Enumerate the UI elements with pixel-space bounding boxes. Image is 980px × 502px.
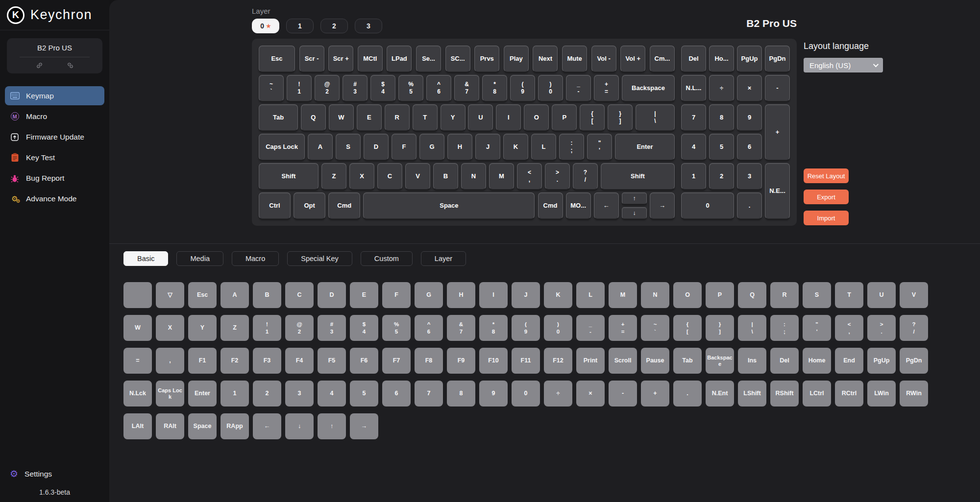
palette-key[interactable]: F3 — [253, 348, 281, 374]
key[interactable]: U — [468, 104, 493, 131]
palette-key[interactable]: F11 — [512, 348, 540, 374]
key[interactable]: N.E... — [765, 163, 790, 219]
palette-key[interactable]: F8 — [415, 348, 443, 374]
key[interactable]: @2 — [315, 75, 340, 101]
palette-key[interactable]: - — [609, 381, 637, 406]
palette-key[interactable]: F5 — [318, 348, 346, 374]
link-icon[interactable] — [34, 60, 44, 71]
palette-key[interactable]: . — [673, 381, 702, 406]
palette-key[interactable]: 7 — [415, 381, 443, 406]
key[interactable]: $4 — [370, 75, 395, 101]
palette-key[interactable]: 8 — [447, 381, 475, 406]
key[interactable]: 8 — [709, 104, 734, 131]
palette-key[interactable]: Pause — [641, 348, 669, 374]
key[interactable]: Opt — [294, 192, 325, 219]
palette-key[interactable]: ↓ — [285, 413, 314, 439]
palette-key[interactable]: F6 — [350, 348, 378, 374]
tab-special-key[interactable]: Special Key — [287, 251, 352, 266]
key[interactable]: P — [552, 104, 577, 131]
key[interactable]: Z — [321, 163, 346, 190]
palette-key[interactable]: N.Lck — [123, 381, 152, 406]
key[interactable]: Cmd — [538, 192, 563, 219]
key[interactable]: ?/ — [573, 163, 598, 190]
tab-layer[interactable]: Layer — [421, 251, 466, 266]
palette-key[interactable]: @2 — [285, 315, 314, 341]
palette-key[interactable]: V — [900, 282, 928, 308]
key[interactable]: ↓ — [622, 207, 647, 219]
key[interactable]: S — [336, 134, 361, 160]
palette-key[interactable]: (9 — [512, 315, 540, 341]
key[interactable]: 6 — [737, 134, 762, 160]
palette-key[interactable]: Y — [188, 315, 217, 341]
key[interactable]: Scr + — [328, 46, 353, 72]
palette-key[interactable]: K — [544, 282, 572, 308]
key[interactable]: M — [489, 163, 514, 190]
key[interactable]: ^6 — [426, 75, 451, 101]
palette-key[interactable]: O — [673, 282, 702, 308]
key[interactable]: SC... — [445, 46, 470, 72]
key[interactable]: → — [650, 192, 675, 219]
key[interactable]: W — [329, 104, 354, 131]
key[interactable]: MCtl — [358, 46, 383, 72]
key[interactable]: Ho... — [709, 46, 734, 72]
key[interactable]: O — [524, 104, 549, 131]
key[interactable]: (9 — [510, 75, 535, 101]
key[interactable]: + — [765, 104, 790, 160]
key[interactable]: 4 — [681, 134, 706, 160]
key[interactable]: 5 — [709, 134, 734, 160]
key[interactable]: Space — [363, 192, 535, 219]
key[interactable]: C — [377, 163, 402, 190]
palette-key[interactable]: }] — [706, 315, 734, 341]
palette-key[interactable]: F4 — [285, 348, 314, 374]
key[interactable]: *8 — [482, 75, 507, 101]
palette-key[interactable]: X — [156, 315, 184, 341]
key[interactable]: &7 — [454, 75, 479, 101]
palette-key[interactable]: I — [479, 282, 508, 308]
palette-key[interactable]: A — [220, 282, 249, 308]
key[interactable]: J — [475, 134, 500, 160]
key[interactable]: Del — [681, 46, 706, 72]
key[interactable]: }] — [608, 104, 633, 131]
key[interactable]: !1 — [287, 75, 312, 101]
palette-key[interactable]: RCtrl — [835, 381, 863, 406]
key[interactable]: Backspace — [622, 75, 675, 101]
key[interactable]: ~` — [259, 75, 284, 101]
palette-key[interactable]: B — [253, 282, 281, 308]
key[interactable]: Tab — [259, 104, 298, 131]
palette-key[interactable]: 5 — [350, 381, 378, 406]
key[interactable]: E — [357, 104, 382, 131]
palette-key[interactable]: %5 — [382, 315, 411, 341]
palette-key[interactable]: :; — [770, 315, 799, 341]
key[interactable]: Shift — [601, 163, 675, 190]
key[interactable]: G — [419, 134, 444, 160]
palette-key[interactable]: W — [123, 315, 152, 341]
key[interactable]: Q — [301, 104, 326, 131]
palette-key[interactable]: 2 — [253, 381, 281, 406]
layout-language-select[interactable]: English (US) — [804, 58, 883, 72]
key[interactable]: A — [308, 134, 333, 160]
palette-key[interactable]: = — [123, 348, 152, 374]
palette-key[interactable]: 0 — [512, 381, 540, 406]
key[interactable]: "' — [587, 134, 612, 160]
palette-key[interactable]: Esc — [188, 282, 217, 308]
palette-key[interactable]: LWin — [867, 381, 896, 406]
palette-key[interactable]: F9 — [447, 348, 475, 374]
key[interactable]: 9 — [737, 104, 762, 131]
key[interactable]: Play — [504, 46, 529, 72]
palette-key[interactable]: Print — [576, 348, 605, 374]
palette-key[interactable]: → — [350, 413, 378, 439]
tab-custom[interactable]: Custom — [361, 251, 413, 266]
palette-key[interactable]: ~` — [641, 315, 669, 341]
palette-key[interactable]: H — [447, 282, 475, 308]
key[interactable]: %5 — [398, 75, 423, 101]
reset-layout-button[interactable]: Reset Layout — [804, 168, 849, 183]
palette-key[interactable]: N — [641, 282, 669, 308]
key[interactable]: B — [433, 163, 458, 190]
palette-key[interactable]: )0 — [544, 315, 572, 341]
palette-key[interactable]: Backspace — [706, 348, 734, 374]
palette-key[interactable]: F2 — [220, 348, 249, 374]
palette-key[interactable]: End — [835, 348, 863, 374]
key[interactable]: Se... — [416, 46, 441, 72]
palette-key[interactable]: ÷ — [544, 381, 572, 406]
palette-key[interactable]: &7 — [447, 315, 475, 341]
